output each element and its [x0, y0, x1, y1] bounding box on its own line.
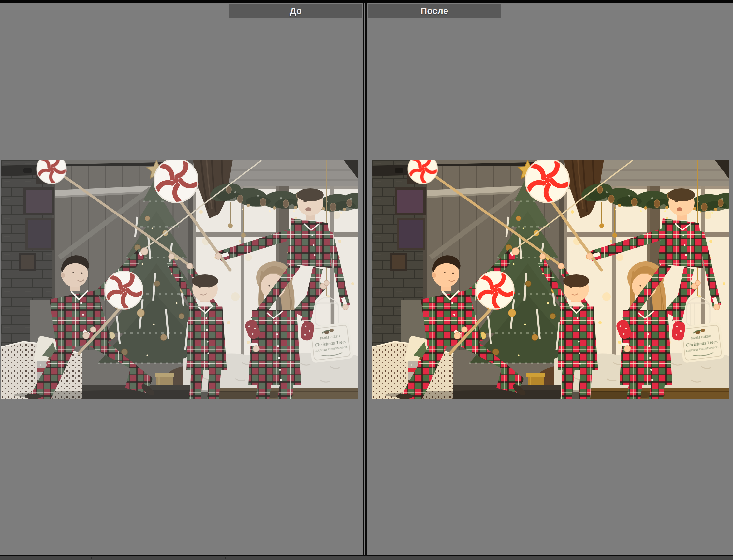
bottom-panel-edge [0, 555, 733, 560]
window-chrome-top-bar [0, 0, 733, 3]
before-label-bar: До [229, 4, 362, 18]
before-label: До [290, 6, 302, 16]
panel-divider-notch [225, 557, 226, 559]
compare-workspace: До После [0, 3, 733, 555]
after-label: После [421, 6, 448, 16]
pane-divider-line-left [363, 3, 364, 555]
after-pane: После [367, 3, 733, 555]
before-photo-image [1, 160, 358, 399]
after-photo[interactable] [372, 160, 729, 399]
panel-divider-notch [91, 557, 92, 559]
before-pane: До [0, 3, 363, 555]
after-label-bar: После [368, 4, 501, 18]
before-photo[interactable] [1, 160, 358, 399]
pane-divider [363, 3, 367, 555]
after-photo-image [372, 160, 729, 399]
